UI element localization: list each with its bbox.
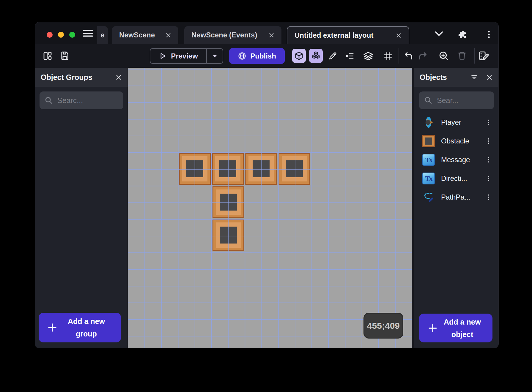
object-name: Message [441,156,485,164]
objects-panel-header: Objects [414,68,498,87]
obstacle-instance[interactable] [213,186,244,218]
desktop-background: e NewScene NewScene (Events) Untitled ex… [0,0,532,392]
obstacle-instance[interactable] [245,153,277,185]
gdevelop-window: e NewScene NewScene (Events) Untitled ex… [35,22,498,348]
object-groups-panel: Object Groups Add a new group [35,68,128,348]
panel-title: Object Groups [41,73,108,82]
text-object-icon [422,172,435,185]
add-group-label: Add a new group [58,315,115,340]
plus-icon [47,322,58,333]
main-toolbar: Preview Publish [35,44,498,68]
text-object-icon [422,154,435,166]
preview-label: Preview [171,52,198,60]
obstacle-sprite-icon [422,135,435,147]
edit-scene-properties-icon[interactable] [479,51,489,61]
objects-search[interactable] [419,91,494,109]
zoom-in-icon[interactable] [439,51,449,61]
add-object-button[interactable]: Add a new object [419,314,492,342]
object-groups-search[interactable] [40,91,123,109]
preview-button[interactable]: Preview [150,48,223,64]
window-minimize-button[interactable] [58,32,64,38]
object-row-message[interactable]: Message [414,152,498,167]
object-menu-icon[interactable] [485,193,492,201]
editor-content: Object Groups Add a new group [35,68,498,348]
grid-icon[interactable] [383,51,393,61]
object-row-pathpaint[interactable]: PathPa... [414,189,498,205]
toolbar-divider [399,48,399,64]
scene-canvas[interactable]: 455;409 [128,68,412,348]
obstacle-instance[interactable] [212,153,244,185]
search-icon [45,96,53,105]
add-group-button[interactable]: Add a new group [39,313,121,342]
toolbar-divider [474,48,475,64]
object-name: Obstacle [441,137,485,145]
extensions-puzzle-icon[interactable] [458,30,467,39]
obstacle-instance[interactable] [213,219,244,251]
edit-pencil-icon[interactable] [328,51,337,61]
object-groups-panel-header: Object Groups [35,68,128,87]
search-input[interactable] [57,96,118,105]
add-object-label: Add a new object [438,316,487,341]
plus-icon [427,323,438,333]
object-row-player[interactable]: Player [414,115,498,130]
redo-icon[interactable] [418,51,428,61]
obstacle-instance[interactable] [278,153,310,185]
tab-newscene[interactable]: NewScene [112,26,178,44]
object-menu-icon[interactable] [485,156,492,164]
object-name: Directi... [441,174,485,183]
play-icon [159,52,167,60]
cursor-coordinates-badge: 455;409 [363,313,403,339]
instances-list-icon[interactable] [345,51,354,61]
cubes-icon [311,51,321,61]
undo-icon[interactable] [404,51,413,61]
preview-options-dropdown[interactable] [206,49,223,63]
close-icon[interactable] [486,74,493,81]
tab-label: NewScene (Events) [191,31,257,39]
object-row-directions[interactable]: Directi... [414,171,498,186]
layers-icon[interactable] [363,51,374,61]
window-zoom-button[interactable] [69,32,75,38]
close-icon[interactable] [115,74,122,81]
player-sprite-icon [422,116,435,129]
tab-untitled-external-layout[interactable]: Untitled external layout [287,26,409,44]
home-layout-icon[interactable] [43,51,52,61]
object-menu-icon[interactable] [485,118,492,126]
close-icon[interactable] [166,32,171,38]
window-close-button[interactable] [47,32,53,38]
object-row-obstacle[interactable]: Obstacle [414,133,498,149]
filter-icon[interactable] [470,74,478,81]
chevron-down-icon[interactable] [435,31,443,37]
instances-mode-toggle[interactable] [309,49,323,63]
object-mode-toggle[interactable] [292,49,306,63]
tab-partial[interactable]: e [97,26,108,44]
path-paint-icon [422,191,435,203]
obstacle-instance[interactable] [179,153,211,185]
coordinates-value: 455;409 [367,321,400,331]
tab-label: Untitled external layout [295,31,373,39]
object-menu-icon[interactable] [485,137,492,145]
object-name: PathPa... [441,193,485,201]
objects-list: Player Obstacle Messag [414,115,498,205]
close-icon[interactable] [396,33,402,38]
search-input[interactable] [437,96,489,105]
main-menu-icon[interactable] [83,29,93,37]
objects-panel: Objects [414,68,498,348]
preview-button-main[interactable]: Preview [150,49,206,63]
tile-layer [128,68,412,348]
publish-label: Publish [250,52,276,60]
object-name: Player [441,118,485,127]
globe-icon [238,52,246,60]
trash-icon[interactable] [457,50,467,61]
search-icon [424,96,432,105]
more-vertical-icon[interactable] [485,30,493,39]
cube-icon [294,51,304,61]
tab-label: NewScene [119,31,155,39]
panel-title: Objects [420,73,463,82]
object-menu-icon[interactable] [485,175,492,182]
tab-partial-label: e [100,31,104,39]
close-icon[interactable] [269,32,274,38]
tab-bar: e NewScene NewScene (Events) Untitled ex… [35,22,498,44]
publish-button[interactable]: Publish [229,48,285,64]
save-icon[interactable] [60,51,70,61]
tab-newscene-events[interactable]: NewScene (Events) [184,26,281,44]
